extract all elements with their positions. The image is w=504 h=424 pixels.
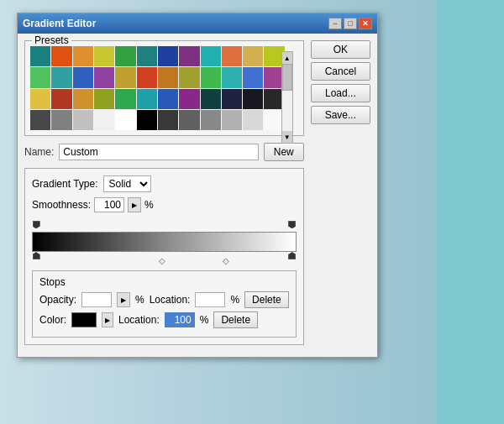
color-preview[interactable] xyxy=(71,312,97,327)
preset-swatch-44[interactable] xyxy=(201,110,221,130)
midpoint-marker-2[interactable] xyxy=(223,254,229,261)
preset-swatch-27[interactable] xyxy=(94,89,114,109)
opacity-stop-left-marker xyxy=(33,221,40,228)
title-bar: Gradient Editor − □ ✕ xyxy=(18,13,377,34)
preset-swatch-2[interactable] xyxy=(73,46,93,66)
presets-scrollbar: ▲ ▼ xyxy=(281,51,293,144)
restore-button[interactable]: □ xyxy=(344,18,357,29)
color-stops-row xyxy=(32,252,297,267)
preset-swatch-9[interactable] xyxy=(222,46,242,66)
close-button[interactable]: ✕ xyxy=(359,18,372,29)
preset-swatch-0[interactable] xyxy=(30,46,50,66)
dialog-main: Presets ▲ ▼ xyxy=(24,40,304,350)
preset-swatch-30[interactable] xyxy=(158,89,178,109)
gradient-type-row: Gradient Type: Solid Noise xyxy=(32,175,297,192)
opacity-stop-right-marker xyxy=(288,221,296,228)
smoothness-row: Smoothness: ▶ % xyxy=(32,197,297,212)
preset-swatch-26[interactable] xyxy=(73,89,93,109)
cancel-button[interactable]: Cancel xyxy=(311,62,370,81)
name-input[interactable] xyxy=(59,144,258,160)
color-delete-button[interactable]: Delete xyxy=(213,311,258,328)
stops-label: Stops xyxy=(39,276,66,288)
minimize-button[interactable]: − xyxy=(328,18,342,29)
gradient-editor-dialog: Gradient Editor − □ ✕ Presets xyxy=(17,13,378,358)
preset-swatch-1[interactable] xyxy=(51,46,71,66)
preset-swatch-39[interactable] xyxy=(94,110,114,130)
preset-swatch-40[interactable] xyxy=(115,110,135,130)
preset-swatch-7[interactable] xyxy=(179,46,199,66)
opacity-unit: % xyxy=(135,294,144,306)
presets-section: Presets ▲ ▼ xyxy=(24,40,304,136)
preset-swatch-46[interactable] xyxy=(243,110,263,130)
preset-swatch-17[interactable] xyxy=(137,67,157,87)
preset-swatch-12[interactable] xyxy=(30,67,50,87)
color-arrow[interactable]: ▶ xyxy=(102,312,113,327)
opacity-value-input[interactable] xyxy=(81,292,112,307)
color-location-unit: % xyxy=(200,314,209,326)
smoothness-input[interactable] xyxy=(94,197,124,212)
smoothness-label: Smoothness: xyxy=(32,199,91,211)
preset-swatch-19[interactable] xyxy=(179,67,199,87)
smoothness-spinner[interactable]: ▶ xyxy=(128,197,141,212)
preset-swatch-10[interactable] xyxy=(243,46,263,66)
gradient-type-select[interactable]: Solid Noise xyxy=(103,175,151,192)
preset-swatch-5[interactable] xyxy=(137,46,157,66)
opacity-stops-row-inputs: Opacity: ▶ % Location: % Delete xyxy=(39,291,289,308)
preset-swatch-41[interactable] xyxy=(137,110,157,130)
color-label: Color: xyxy=(39,314,66,326)
gradient-bar[interactable] xyxy=(32,232,297,252)
preset-swatch-14[interactable] xyxy=(73,67,93,87)
preset-swatch-43[interactable] xyxy=(179,110,199,130)
opacity-delete-button[interactable]: Delete xyxy=(244,291,289,308)
preset-swatch-18[interactable] xyxy=(158,67,178,87)
color-stop-right-marker xyxy=(288,252,296,259)
preset-swatch-34[interactable] xyxy=(243,89,263,109)
scroll-down-button[interactable]: ▼ xyxy=(282,131,292,143)
preset-swatch-13[interactable] xyxy=(51,67,71,87)
stops-label-row: Stops xyxy=(39,276,289,288)
opacity-spinner[interactable]: ▶ xyxy=(117,292,130,307)
preset-swatch-16[interactable] xyxy=(115,67,135,87)
preset-swatch-22[interactable] xyxy=(243,67,263,87)
preset-swatch-38[interactable] xyxy=(73,110,93,130)
gradient-type-label: Gradient Type: xyxy=(32,178,98,190)
preset-swatch-24[interactable] xyxy=(30,89,50,109)
new-button[interactable]: New xyxy=(264,143,304,161)
ok-button[interactable]: OK xyxy=(311,40,370,59)
opacity-stop-left[interactable] xyxy=(32,221,40,231)
opacity-stop-right[interactable] xyxy=(288,221,297,231)
color-stop-left[interactable] xyxy=(32,252,40,264)
preset-swatch-32[interactable] xyxy=(201,89,221,109)
preset-swatch-31[interactable] xyxy=(179,89,199,109)
dialog-buttons: OK Cancel Load... Save... xyxy=(311,40,370,350)
preset-swatch-37[interactable] xyxy=(51,110,71,130)
presets-container: ▲ ▼ xyxy=(30,46,298,130)
preset-swatch-36[interactable] xyxy=(30,110,50,130)
dialog-body: Presets ▲ ▼ xyxy=(18,34,377,357)
color-location-label: Location: xyxy=(118,314,160,326)
color-stop-right[interactable] xyxy=(288,252,297,264)
preset-swatch-28[interactable] xyxy=(115,89,135,109)
color-stops-row-inputs: Color: ▶ Location: % Delete xyxy=(39,311,289,328)
preset-swatch-25[interactable] xyxy=(51,89,71,109)
scroll-up-button[interactable]: ▲ xyxy=(282,52,292,64)
preset-swatch-29[interactable] xyxy=(137,89,157,109)
load-button[interactable]: Load... xyxy=(311,84,370,102)
presets-label: Presets xyxy=(32,34,71,46)
preset-swatch-42[interactable] xyxy=(158,110,178,130)
scroll-thumb xyxy=(282,64,292,91)
preset-swatch-8[interactable] xyxy=(201,46,221,66)
preset-swatch-21[interactable] xyxy=(222,67,242,87)
opacity-label: Opacity: xyxy=(39,294,76,306)
preset-swatch-3[interactable] xyxy=(94,46,114,66)
preset-swatch-6[interactable] xyxy=(158,46,178,66)
preset-swatch-4[interactable] xyxy=(115,46,135,66)
midpoint-marker[interactable] xyxy=(159,254,165,261)
preset-swatch-33[interactable] xyxy=(222,89,242,109)
save-button[interactable]: Save... xyxy=(311,106,370,124)
color-location-input[interactable] xyxy=(165,312,195,327)
opacity-location-input[interactable] xyxy=(195,292,225,307)
preset-swatch-15[interactable] xyxy=(94,67,114,87)
preset-swatch-20[interactable] xyxy=(201,67,221,87)
preset-swatch-45[interactable] xyxy=(222,110,242,130)
